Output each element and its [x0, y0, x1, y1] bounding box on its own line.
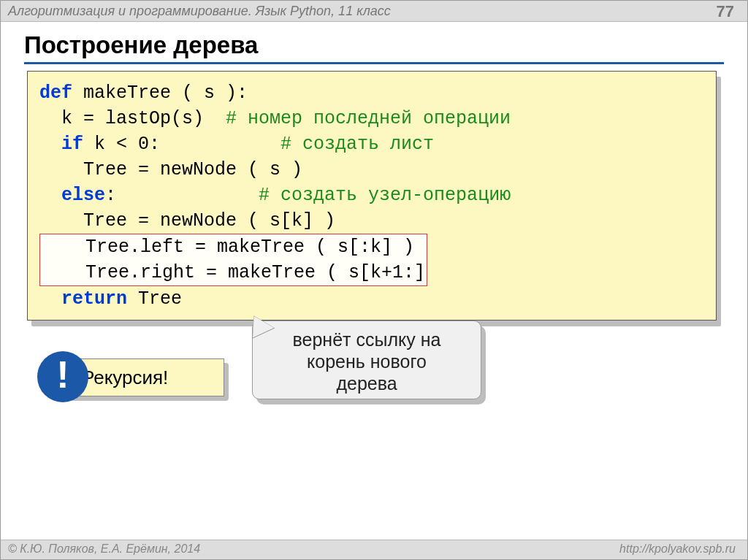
footer-copyright: © К.Ю. Поляков, Е.А. Ерёмин, 2014 [8, 542, 200, 556]
kw-else: else [61, 185, 105, 206]
kw-if: if [61, 134, 83, 155]
slide-title: Построение дерева [24, 31, 258, 59]
code-l9a [39, 288, 61, 310]
code-block: def makeTree ( s ): k = lastOp(s) # номе… [27, 71, 717, 321]
code-l3c: k < 0: [83, 134, 280, 155]
callout-line1: вернёт ссылку на [293, 329, 441, 350]
code-l8: Tree.right = makeTree ( s[k+1:] [42, 262, 425, 283]
callout-line3: дерева [336, 373, 397, 394]
header-bar: Алгоритмизация и программирование. Язык … [1, 1, 747, 22]
code-l5a [39, 185, 61, 206]
code-l5c: : [105, 185, 259, 206]
code-l1b: makeTree ( s ): [72, 83, 248, 104]
code-l3a [39, 134, 61, 155]
comment-3: # создать узел-операцию [259, 185, 511, 206]
footer-bar: © К.Ю. Поляков, Е.А. Ерёмин, 2014 http:/… [1, 540, 747, 559]
code-l9c: Tree [127, 288, 182, 310]
callout-line2: корень нового [307, 351, 427, 372]
comment-1: # номер последней операции [226, 108, 511, 129]
callout-box: вернёт ссылку на корень нового дерева [252, 321, 481, 399]
kw-return: return [61, 288, 127, 310]
slide: Алгоритмизация и программирование. Язык … [0, 0, 748, 560]
title-underline [24, 62, 724, 64]
header-title: Алгоритмизация и программирование. Язык … [8, 4, 391, 19]
recursion-badge: Рекурсия! [66, 358, 224, 396]
recursion-highlight: Tree.left = makeTree ( s[:k] ) Tree.righ… [39, 234, 427, 286]
code-l7: Tree.left = makeTree ( s[:k] ) [42, 237, 414, 258]
page-number: 77 [717, 2, 734, 21]
code-l6: Tree = newNode ( s[k] ) [39, 210, 335, 231]
kw-def: def [39, 83, 72, 104]
code-l4: Tree = newNode ( s ) [39, 159, 302, 180]
exclamation-icon: ! [37, 351, 88, 402]
footer-url: http://kpolyakov.spb.ru [619, 542, 736, 556]
comment-2: # создать лист [280, 134, 434, 155]
badge-text: Рекурсия! [82, 367, 168, 388]
code-l2a: k = lastOp(s) [39, 108, 226, 129]
